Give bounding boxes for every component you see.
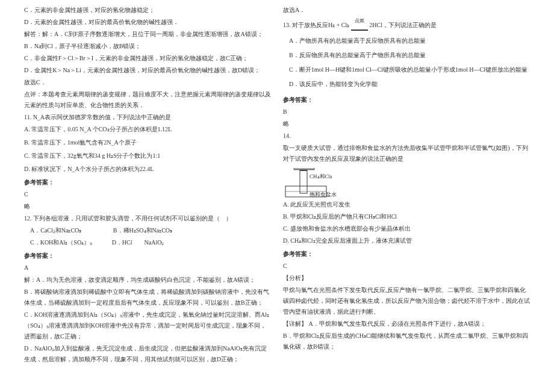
q14-diagram: CH₄和Cl₂ 饱和食盐水 xyxy=(283,168,349,198)
q10-opt-c: C．元素的非金属性越强，对应的氢化物越稳定； xyxy=(24,5,271,16)
q14-stem: 取一支硬质大试管，通过排饱和食盐水的方法先后收集半试管甲烷和半试管氯气(如图)，… xyxy=(283,143,530,164)
q14-opt-d: D. CH₄和Cl₂完全反应后液面上升，液体充满试管 xyxy=(283,235,530,246)
svg-rect-2 xyxy=(300,170,307,193)
q13-opt-a: A．产物所具有的总能量高于反应物所具有的总能量 xyxy=(289,36,530,46)
q14-answer: C xyxy=(283,261,530,272)
diagram-label-liquid: 饱和食盐水 xyxy=(310,190,337,199)
q14-opt-a: A. 此反应无光照也可发生 xyxy=(283,199,530,210)
q10-expl2: B．Na到Cl，原子半径逐渐减小，故B错误； xyxy=(24,41,271,52)
q10-expl1: 解答：解：A．C到F原子序数逐渐增大，且位于同一周期，非金属性逐渐增强，故A错误… xyxy=(24,29,271,40)
q14-opt-c: C. 盛放饱和食盐水的水槽底部会有少量晶体析出 xyxy=(283,223,530,234)
q11-opt-c: C. 常温常压下，32g氧气和34 g H₂S分子个数比为1:1 xyxy=(24,151,271,161)
q11-omit: 略 xyxy=(24,201,271,212)
q13-opt-d: D．该反应中，热能转变为化学能 xyxy=(289,79,530,90)
q10-expl3: C．非金属性F＞Cl＞Br＞I，元素的非金属性越强，对应的氢化物越稳定，故C正确… xyxy=(24,53,271,64)
q14-num: 14. xyxy=(283,131,530,142)
detail-label-text: 【详解】 xyxy=(283,320,307,327)
q12-expl2: B．将碳酸钠溶液滴加到稀硫酸中立即有气体生成，将稀硫酸滴加到碳酸钠溶液中，先没有… xyxy=(24,287,271,308)
q14-detail-a: A．甲烷和氯气发生取代反应，必须在光照条件下进行，故A错误； xyxy=(309,320,486,327)
q14-analysis-label: 【分析】 xyxy=(283,273,530,284)
q12-expl4: D．NaAlO₂加入到盐酸液，先无沉淀生成，后生成沉淀，但把盐酸液滴加到NaAl… xyxy=(24,343,271,365)
q13-condition: 点燃 xyxy=(355,18,364,23)
q10-expl4: D．金属性K＞Na＞Li，元素的金属性越强，对应的最高价氧化物的碱性越强，故D错… xyxy=(24,65,271,76)
q12-answer-label: 参考答案： xyxy=(24,250,271,261)
q12-opts-cd: C．KOH和Al₂（SO₄）₃ D．HCl NaAlO₂ xyxy=(24,237,271,248)
q12-opt-b: B．稀H₂SO₄和Na₂CO₃ xyxy=(113,227,172,234)
diagram-label-gas: CH₄和Cl₂ xyxy=(310,172,332,181)
q13-stem: 13. 对于放热反应H₂ + Cl₂ 点燃 2HCl，下列说法正确的是 xyxy=(283,17,530,34)
q13-answer: B xyxy=(283,107,530,117)
q10-expl5: 故选C． xyxy=(24,77,271,88)
q13-stem-part1: 13. 对于放热反应H₂ + Cl₂ xyxy=(283,22,351,28)
q12-stem: 12. 下列各组溶液，只用试管和胶头滴管，不用任何试剂不可以鉴别的是（ ） xyxy=(24,213,271,224)
reaction-arrow-icon xyxy=(351,30,368,31)
q10-comment: 点评：本题考查元素周期律的递变规律，题目难度不大，注意把握元素周期律的递变规律以… xyxy=(24,89,271,111)
q11-opt-a: A. 常温常压下，0.05 N_A 个CO₂分子所占的体积是1.12L xyxy=(24,124,271,135)
q11-answer-label: 参考答案： xyxy=(24,177,271,188)
q11-stem: 11. N_A表示阿伏加德罗常数的值，下列说法中正确的是 xyxy=(24,112,271,123)
q14-answer-label: 参考答案： xyxy=(283,249,530,260)
q12-end: 故选A． xyxy=(283,5,530,16)
q12-opt-d: D．HCl NaAlO₂ xyxy=(112,239,164,246)
q11-opt-d: D. 标准状况下，N_A个水分子所占的体积为22.4L xyxy=(24,164,271,175)
q13-opt-c: C．断开1mol H—H键和1mol Cl—Cl键所吸收的总能量小于形成1mol… xyxy=(289,64,530,75)
q11-answer: C xyxy=(24,189,271,200)
q10-opt-d: D．元素的金属性越强，对应的最高价氧化物的碱性越强． xyxy=(24,17,271,28)
q13-opt-b: B．反应物所具有的总能量高于产物所具有的总能量 xyxy=(289,50,530,61)
q11-opt-b: B. 常温常压下，1mol氨气含有2N_A个原子 xyxy=(24,137,271,148)
q14-detail-b: B．甲烷和Cl₂反应后生成的CH₃Cl能继续和氯气发生取代，从而生成二氯甲烷、三… xyxy=(283,331,530,352)
q12-opt-c: C．KOH和Al₂（SO₄）₃ xyxy=(30,239,92,246)
q14-detail-label: 【详解】 A．甲烷和氯气发生取代反应，必须在光照条件下进行，故A错误； xyxy=(283,319,530,329)
q13-answer-label: 参考答案： xyxy=(283,95,530,105)
q13-omit: 略 xyxy=(283,119,530,129)
q14-opt-b: B. 甲烷和Cl₂反应后的产物只有CH₃Cl和HCl xyxy=(283,211,530,222)
q12-expl1: 解：A．均为无色溶液，故变滴定顺序，均生成碳酸钙白色沉淀，不能鉴别，故A错误； xyxy=(24,275,271,285)
q12-answer: A xyxy=(24,263,271,273)
q12-opt-a: A．CaCl₂和Na₂CO₃ xyxy=(30,227,81,234)
q14-analysis: 甲烷与氯气在光照条件下发生取代反应,反应产物有一氯甲烷、二氯甲烷、三氯甲烷和四氯… xyxy=(283,285,530,317)
q13-stem-part2: 2HCl，下列说法正确的是 xyxy=(369,22,437,28)
q12-expl3: C．KOH溶液逐滴滴加到Al₂（SO₄）₃溶液中，先生成沉淀，氢氧化钠过量时沉淀… xyxy=(24,310,271,342)
q12-opts-ab: A．CaCl₂和Na₂CO₃ B．稀H₂SO₄和Na₂CO₃ xyxy=(24,225,271,236)
